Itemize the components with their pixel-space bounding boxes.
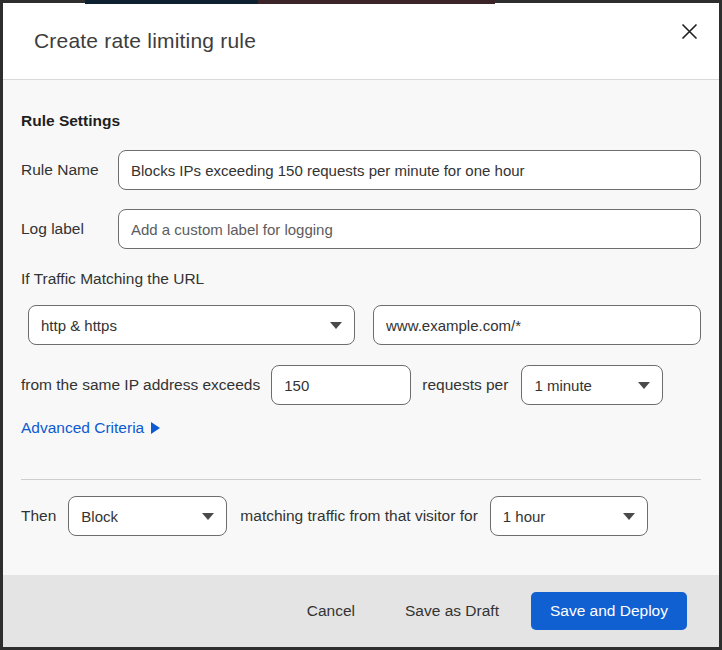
then-label: Then (21, 507, 56, 525)
create-rate-limiting-rule-dialog: Create rate limiting rule Rule Settings … (3, 3, 719, 647)
close-icon (681, 23, 698, 40)
log-label-input[interactable] (118, 209, 701, 249)
advanced-criteria-label: Advanced Criteria (21, 419, 144, 437)
dialog-body: Rule Settings Rule Name Log label If Tra… (3, 80, 719, 575)
period-select-value: 1 minute (534, 377, 592, 394)
duration-select-value: 1 hour (503, 508, 546, 525)
log-label-label: Log label (21, 220, 118, 238)
save-and-deploy-button[interactable]: Save and Deploy (531, 592, 687, 630)
chevron-down-icon (330, 322, 342, 329)
rule-settings-heading: Rule Settings (21, 112, 701, 130)
period-select[interactable]: 1 minute (521, 365, 663, 405)
action-select[interactable]: Block (68, 496, 227, 536)
top-navy-strip (85, 0, 258, 4)
threshold-prefix-text: from the same IP address exceeds (21, 376, 260, 394)
top-maroon-strip (258, 0, 495, 4)
dialog-footer: Cancel Save as Draft Save and Deploy (3, 575, 719, 647)
chevron-down-icon (638, 382, 650, 389)
dialog-header: Create rate limiting rule (3, 3, 719, 80)
scheme-select[interactable]: http & https (28, 305, 355, 345)
chevron-down-icon (202, 513, 214, 520)
cancel-button[interactable]: Cancel (303, 596, 359, 626)
close-button[interactable] (677, 19, 701, 43)
rule-name-label: Rule Name (21, 161, 118, 179)
traffic-match-intro: If Traffic Matching the URL (21, 270, 701, 288)
rule-name-row: Rule Name (21, 150, 701, 190)
triangle-right-icon (151, 422, 160, 434)
advanced-criteria-link[interactable]: Advanced Criteria (21, 419, 160, 437)
request-count-input[interactable] (271, 365, 411, 405)
screenshot-frame: Create rate limiting rule Rule Settings … (0, 0, 722, 650)
threshold-row: from the same IP address exceeds request… (21, 365, 701, 405)
save-as-draft-button[interactable]: Save as Draft (401, 596, 503, 626)
threshold-suffix-text: requests per (422, 376, 508, 394)
action-middle-text: matching traffic from that visitor for (240, 507, 477, 525)
url-pattern-input[interactable] (373, 305, 701, 345)
dialog-title: Create rate limiting rule (34, 29, 256, 53)
action-select-value: Block (81, 508, 118, 525)
rule-name-input[interactable] (118, 150, 701, 190)
url-match-row: http & https (21, 305, 701, 345)
duration-select[interactable]: 1 hour (490, 496, 648, 536)
scheme-select-value: http & https (41, 317, 117, 334)
action-row: Then Block matching traffic from that vi… (21, 496, 701, 536)
chevron-down-icon (623, 513, 635, 520)
log-label-row: Log label (21, 209, 701, 249)
section-divider (21, 479, 701, 480)
